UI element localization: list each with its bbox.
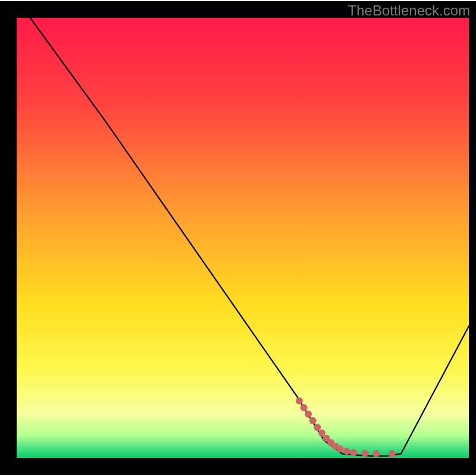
svg-point-14 [361, 450, 368, 457]
watermark-text: TheBottleneck.com [348, 2, 470, 19]
svg-rect-0 [17, 18, 469, 458]
svg-point-2 [296, 397, 303, 405]
bottleneck-chart: TheBottleneck.com [0, 0, 476, 476]
svg-point-15 [372, 450, 380, 458]
svg-point-13 [350, 449, 357, 456]
svg-point-11 [336, 446, 343, 453]
svg-point-12 [343, 447, 350, 455]
chart-svg [0, 0, 476, 476]
svg-point-5 [309, 417, 317, 424]
svg-point-4 [305, 411, 312, 418]
svg-point-3 [300, 404, 308, 411]
svg-point-16 [389, 450, 396, 458]
svg-point-6 [314, 424, 321, 431]
